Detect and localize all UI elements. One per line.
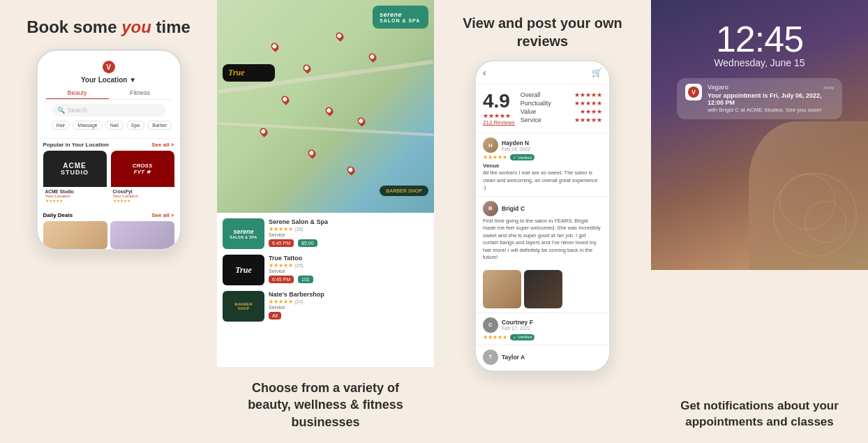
map-pin-3 [334,31,345,42]
panel-4-caption-area: Get notifications about your appointment… [651,386,868,443]
reviews-count[interactable]: 212 Reviews [483,119,515,126]
breakdown-punctuality-stars: ★★★★★ [574,100,602,107]
salon-name: serene [380,11,421,18]
panel-2-caption-area: Choose from a variety of beauty, wellnes… [217,367,434,443]
crossfyt-name: CrossFyt [113,189,172,194]
headline-suffix: time [151,17,190,36]
barber-thumb: BARBERSHOP [223,291,264,322]
courtney-verified: ✓ Verified [510,334,534,340]
barber-time: All [269,312,281,320]
breakdown-value-stars: ★★★★ [580,108,602,115]
breakdown-overall-stars: ★★★★★ [574,91,602,98]
tattoo-card[interactable]: True [223,64,275,82]
location-label: Your Location ▼ [46,76,172,84]
score-left: 4.9 ★★★★★ 212 Reviews [483,91,515,126]
listing-serene[interactable]: serene SALON & SPA Serene Salon & Spa ★★… [223,218,428,249]
breakdown-service-label: Service [521,117,541,123]
breakdown-service: Service ★★★★★ [521,117,602,123]
search-placeholder: Search [68,107,88,114]
map-pin-8 [367,52,378,63]
headline-text: Book some [27,17,121,36]
brigid-avatar: B [483,201,498,216]
chip-hair[interactable]: Hair [52,121,70,130]
back-button[interactable]: ‹ [483,67,486,78]
biz-card-acme[interactable]: ACME STUDIO ACME Studio Your Location ★★… [43,151,107,205]
chip-spa[interactable]: Spa [126,121,144,130]
review-photo-2 [524,270,562,308]
deal-card-2[interactable] [110,221,174,249]
barber-card[interactable]: BARBER SHOP [380,186,428,196]
salon-overlay-card[interactable]: serene SALON & SPA [373,6,428,29]
phone-mockup-1: V Your Location ▼ Beauty Fitness 🔍 Searc… [36,49,182,251]
salon-tagline: SALON & SPA [380,18,421,23]
hayden-meta: Hayden N Feb 24, 2022 [502,140,530,151]
tattoo-price: 101 [298,276,313,283]
panel-4-caption: Get notifications about your appointment… [665,398,854,430]
popular-label: Popular in Your Location [43,142,109,148]
hayden-name: Hayden N [502,140,530,147]
reviewer-courtney-row: C Courtney F Feb 17, 2022 [483,317,602,333]
chip-massage[interactable]: Massage [73,121,102,130]
panel-4: 12:45 Wednesday, June 15 V Vagaro now Yo… [651,0,868,443]
panel-3-headline: View and post your own reviews [444,14,641,50]
crossfyt-stars: ★★★★★ [113,198,172,203]
notif-title: Your appointment is Fri, July 06, 2022, … [708,92,834,106]
review-phone: ‹ 🛒 4.9 ★★★★★ 212 Reviews Overall ★★★★★ … [474,60,611,372]
brigid-review-text: First time going to the salon in YEARS. … [483,218,602,262]
reviewer-hayden-row: H Hayden N Feb 24, 2022 [483,137,602,153]
barber-info: Nate's Barbershop ★★★★★ (24) Service All [269,291,428,320]
see-all-deals[interactable]: See all > [151,212,174,218]
notif-v-icon: V [688,87,699,98]
courtney-date: Feb 17, 2022 [502,326,533,331]
review-photo-1 [483,270,521,308]
listing-barber[interactable]: BARBERSHOP Nate's Barbershop ★★★★★ (24) … [223,291,428,322]
acme-stars: ★★★★★ [45,198,105,203]
phone1-header: V Your Location ▼ Beauty Fitness 🔍 Searc… [38,51,180,139]
serene-name: Serene Salon & Spa [269,218,428,225]
chip-barber[interactable]: Barber [147,121,171,130]
headline-emphasis: you [121,17,151,36]
taylor-name: Taylor A [502,354,525,361]
review-score-row: 4.9 ★★★★★ 212 Reviews Overall ★★★★★ Punc… [476,84,609,133]
tattoo-name: True [228,68,269,78]
tab-beauty[interactable]: Beauty [46,87,109,99]
map-area: serene SALON & SPA True BARBER SHOP [217,0,434,213]
map-pin-7 [306,148,317,159]
panel-2: serene SALON & SPA True BARBER SHOP sere… [217,0,434,443]
hayden-avatar: H [483,137,498,153]
notif-logo: V [685,84,702,100]
brigid-name: Brigid C [502,205,525,212]
daily-deals-section: Daily Deals See all > [38,209,180,221]
popular-section: Popular in Your Location See all > [38,139,180,151]
map-pin-10 [345,165,357,176]
cart-icon[interactable]: 🛒 [592,68,602,77]
map-pin-5 [324,105,335,117]
review-courtney: C Courtney F Feb 17, 2022 ★★★★★ ✓ Verifi… [476,313,609,345]
woman-art [749,121,868,270]
reviewer-taylor-row: T Taylor A [483,350,602,365]
daily-deals-label: Daily Deals [43,212,73,218]
tattoo-type: Service [269,269,428,273]
review-hayden: H Hayden N Feb 24, 2022 ★★★★★ ✓ Verified… [476,133,609,196]
deal-card-1[interactable] [43,221,107,249]
review-header: ‹ 🛒 [476,61,609,84]
tattoo-info: True Tattoo ★★★★★ (25) Service 6:45 PM 1… [269,255,428,283]
listing-tattoo[interactable]: True True Tattoo ★★★★★ (25) Service 6:45… [223,255,428,285]
serene-time: 6:45 PM [269,239,294,247]
tattoo-stars: ★★★★★ (25) [269,262,428,269]
breakdown-punctuality: Punctuality ★★★★★ [521,100,602,107]
biz-card-crossfyt[interactable]: CROSSFYT ★ CrossFyt Your Location ★★★★★ [111,151,174,205]
lock-notification: V Vagaro now Your appointment is Fri, Ju… [677,78,842,119]
acme-image: ACME STUDIO [43,151,107,187]
breakdown-value: Value ★★★★ [521,108,602,115]
lock-screen: 12:45 Wednesday, June 15 V Vagaro now Yo… [651,0,868,270]
review-taylor: T Taylor A [476,345,609,370]
panel-1-headline: Book some you time [27,17,190,38]
search-bar[interactable]: 🔍 Search [52,104,166,117]
panel-3: View and post your own reviews ‹ 🛒 4.9 ★… [434,0,651,443]
chip-nail[interactable]: Nail [105,121,124,130]
see-all-popular[interactable]: See all > [151,142,174,148]
barber-label: BARBER SHOP [384,188,424,193]
tab-fitness[interactable]: Fitness [109,87,172,99]
big-score: 4.9 [483,91,515,111]
